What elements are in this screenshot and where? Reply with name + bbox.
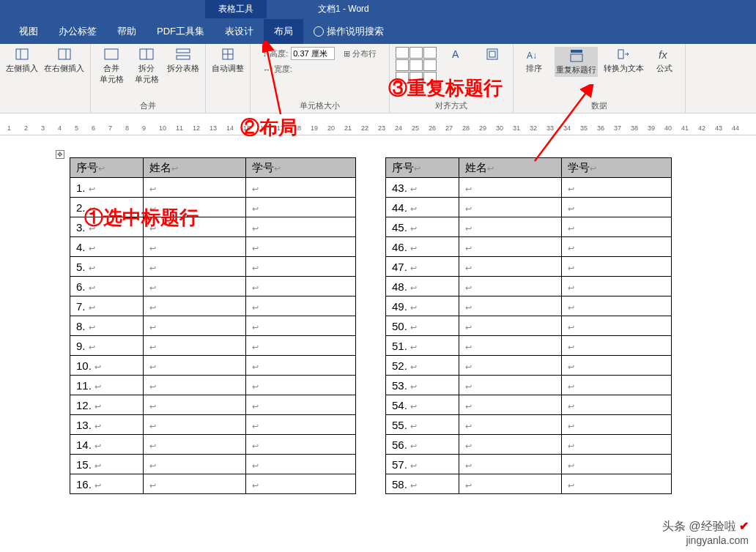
table-row[interactable]: 6. ↩↩↩ (70, 277, 356, 296)
table-row[interactable]: 5. ↩↩↩ (70, 257, 356, 277)
insert-right-button[interactable]: 在右侧插入 (44, 47, 84, 74)
ruler[interactable]: 1234567891011121314151617181920212223242… (0, 121, 756, 135)
doc-title: 文档1 - Word (318, 3, 369, 15)
table-row[interactable]: 9. ↩↩↩ (70, 336, 356, 356)
data-group-label: 数据 (591, 99, 607, 111)
tab-help[interactable]: 帮助 (107, 19, 147, 44)
table-row[interactable]: 1. ↩↩↩ (70, 178, 356, 198)
table-row[interactable]: 12. ↩↩↩ (70, 395, 356, 415)
svg-rect-4 (105, 49, 118, 59)
table-left[interactable]: 序号↩ 姓名↩ 学号↩ 1. ↩↩↩2. ↩↩↩3. ↩↩↩4. ↩↩↩5. ↩… (70, 157, 356, 494)
dist-rows-button[interactable]: ⊞ 分布行 (344, 48, 377, 59)
header-row-left: 序号↩ 姓名↩ 学号↩ (70, 158, 356, 178)
table-row[interactable]: 8. ↩↩↩ (70, 316, 356, 336)
table-row[interactable]: 44. ↩↩↩ (386, 198, 672, 217)
text-direction-button[interactable]: A (442, 47, 472, 61)
table-row[interactable]: 46. ↩↩↩ (386, 237, 672, 257)
check-icon: ✔ (739, 520, 749, 532)
height-label: 高度: (270, 48, 288, 59)
table-row[interactable]: 50. ↩↩↩ (386, 316, 672, 336)
th-seq-r[interactable]: 序号↩ (386, 158, 459, 178)
table-row[interactable]: 43. ↩↩↩ (386, 178, 672, 198)
table-row[interactable]: 55. ↩↩↩ (386, 415, 672, 435)
table-row[interactable]: 49. ↩↩↩ (386, 296, 672, 316)
table-row[interactable]: 13. ↩↩↩ (70, 415, 356, 435)
width-label: 宽度: (274, 64, 292, 75)
table-row[interactable]: 15. ↩↩↩ (70, 455, 356, 474)
table-row[interactable]: 54. ↩↩↩ (386, 395, 672, 415)
svg-rect-17 (571, 54, 582, 61)
svg-text:A↓: A↓ (527, 51, 537, 61)
table-row[interactable]: 58. ↩↩↩ (386, 474, 672, 494)
table-row[interactable]: 10. ↩↩↩ (70, 356, 356, 376)
table-row[interactable]: 3. ↩↩↩ (70, 217, 356, 237)
insert-left-button[interactable]: 左侧插入 (6, 47, 38, 74)
repeat-header-icon (569, 48, 584, 63)
table-right[interactable]: 序号↩ 姓名↩ 学号↩ 43. ↩↩↩44. ↩↩↩45. ↩↩↩46. ↩↩↩… (385, 157, 672, 494)
svg-rect-13 (487, 49, 497, 59)
tell-me[interactable]: 操作说明搜索 (303, 19, 394, 44)
table-row[interactable]: 2. ↩↩↩ (70, 198, 356, 217)
table-row[interactable]: 4. ↩↩↩ (70, 237, 356, 257)
th-id-r[interactable]: 学号↩ (562, 158, 672, 178)
group-align: A 对齐方式 (390, 44, 514, 113)
table-row[interactable]: 7. ↩↩↩ (70, 296, 356, 316)
sort-icon: A↓ (527, 47, 541, 61)
align-group-label: 对齐方式 (435, 99, 467, 111)
split-table-button[interactable]: 拆分表格 (167, 47, 199, 74)
table-row[interactable]: 52. ↩↩↩ (386, 356, 672, 376)
svg-text:A: A (452, 48, 459, 60)
convert-text-button[interactable]: 转换为文本 (604, 47, 644, 74)
table-row[interactable]: 57. ↩↩↩ (386, 455, 672, 474)
insert-right-icon (57, 47, 72, 61)
group-data: A↓ 排序 重复标题行 转换为文本 fx 公式 数据 (514, 44, 686, 113)
table-row[interactable]: 48. ↩↩↩ (386, 277, 672, 296)
table-row[interactable]: 47. ↩↩↩ (386, 257, 672, 277)
table-row[interactable]: 11. ↩↩↩ (70, 376, 356, 395)
ribbon-tabs: 视图 办公标签 帮助 PDF工具集 表设计 布局 操作说明搜索 (0, 18, 756, 44)
th-name[interactable]: 姓名↩ (144, 158, 246, 178)
group-insert: 左侧插入 在右侧插入 (0, 44, 91, 113)
split-cell-icon (139, 47, 154, 61)
th-seq[interactable]: 序号↩ (70, 158, 144, 178)
repeat-header-button[interactable]: 重复标题行 (555, 47, 598, 77)
split-cells-button[interactable]: 拆分 单元格 (132, 47, 161, 85)
cell-margin-button[interactable] (478, 47, 507, 61)
tab-pdf[interactable]: PDF工具集 (147, 19, 215, 44)
size-group-label: 单元格大小 (300, 99, 340, 111)
tab-office[interactable]: 办公标签 (48, 19, 107, 44)
svg-rect-14 (489, 51, 495, 57)
table-row[interactable]: 53. ↩↩↩ (386, 376, 672, 395)
th-id[interactable]: 学号↩ (246, 158, 356, 178)
ribbon: 左侧插入 在右侧插入 合并 单元格 拆分 单元格 拆分表格 合并 (0, 44, 756, 113)
svg-rect-8 (177, 56, 190, 59)
tab-layout[interactable]: 布局 (264, 19, 303, 44)
tab-view[interactable]: 视图 (9, 19, 48, 44)
merge-cells-button[interactable]: 合并 单元格 (97, 47, 126, 85)
svg-rect-18 (618, 50, 623, 59)
th-name-r[interactable]: 姓名↩ (459, 158, 562, 178)
alignment-grid[interactable] (396, 47, 437, 83)
height-input[interactable] (291, 47, 335, 60)
svg-rect-0 (16, 49, 28, 59)
tell-me-label: 操作说明搜索 (327, 25, 384, 38)
lightbulb-icon (314, 26, 324, 37)
text-direction-icon: A (450, 47, 464, 61)
document-area: 序号↩ 姓名↩ 学号↩ 1. ↩↩↩2. ↩↩↩3. ↩↩↩4. ↩↩↩5. ↩… (0, 135, 756, 494)
table-row[interactable]: 51. ↩↩↩ (386, 336, 672, 356)
table-row[interactable]: 16. ↩↩↩ (70, 474, 356, 494)
title-bar: 表格工具 文档1 - Word (0, 0, 756, 18)
convert-icon (617, 47, 631, 61)
svg-rect-7 (177, 49, 190, 53)
watermark: 头条 @经验啦 ✔ jingyanla.com (662, 519, 749, 546)
merge-icon (104, 47, 119, 61)
tab-table-design[interactable]: 表设计 (215, 19, 264, 44)
svg-rect-16 (571, 50, 582, 53)
table-row[interactable]: 56. ↩↩↩ (386, 435, 672, 455)
sort-button[interactable]: A↓ 排序 (519, 47, 549, 74)
table-row[interactable]: 14. ↩↩↩ (70, 435, 356, 455)
table-row[interactable]: 45. ↩↩↩ (386, 217, 672, 237)
group-cell-size: ↕ 高度: ⊞ 分布行 ↔ 宽度: 单元格大小 (251, 44, 390, 113)
formula-button[interactable]: fx 公式 (650, 47, 679, 74)
auto-fit-button[interactable]: 自动调整 (212, 47, 244, 74)
